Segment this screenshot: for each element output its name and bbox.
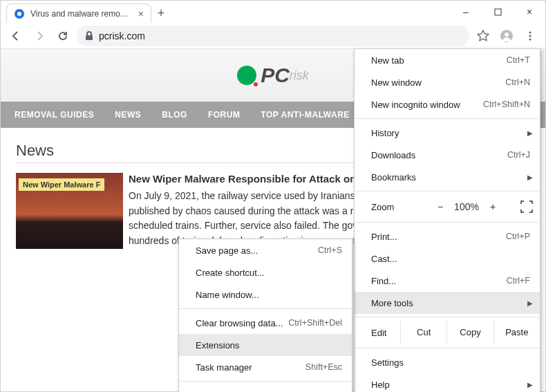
menu-zoom: Zoom − 100% + — [355, 194, 540, 219]
reload-button[interactable] — [53, 26, 73, 46]
tab-strip: Virus and malware removal instru × + — [1, 1, 450, 23]
menu-separator — [355, 222, 540, 223]
forward-button[interactable] — [30, 26, 49, 46]
nav-forum[interactable]: FORUM — [208, 110, 241, 120]
chevron-right-icon: ▶ — [527, 174, 533, 181]
svg-point-1 — [17, 12, 21, 16]
nav-top-anti-malware[interactable]: TOP ANTI-MALWARE — [261, 110, 349, 120]
menu-separator — [355, 118, 540, 119]
zoom-in-button[interactable]: + — [490, 201, 496, 212]
menu-button[interactable] — [520, 26, 540, 46]
menu-cast[interactable]: Cast... — [355, 248, 540, 270]
chevron-right-icon: ▶ — [527, 129, 533, 137]
menu-print[interactable]: Print...Ctrl+P — [355, 225, 540, 248]
svg-point-8 — [529, 38, 531, 40]
menu-find[interactable]: Find...Ctrl+F — [355, 270, 540, 292]
menu-settings[interactable]: Settings — [355, 351, 540, 373]
menu-separator — [355, 317, 540, 317]
lock-icon — [85, 31, 93, 41]
edit-copy[interactable]: Copy — [446, 320, 493, 345]
svg-point-5 — [505, 32, 509, 37]
new-tab-button[interactable]: + — [151, 3, 171, 23]
logo-icon — [237, 66, 256, 85]
thumbnail-caption: New Wiper Malware F — [19, 178, 104, 191]
edit-label: Edit — [355, 328, 400, 338]
submenu-developer-tools[interactable]: Developer toolsCtrl+Shift+I — [179, 384, 352, 392]
chevron-right-icon: ▶ — [527, 381, 533, 389]
menu-more-tools[interactable]: More tools▶ — [355, 292, 540, 314]
zoom-label: Zoom — [371, 202, 413, 212]
menu-new-tab[interactable]: New tabCtrl+T — [355, 49, 540, 71]
svg-point-7 — [529, 35, 531, 37]
zoom-controls: − 100% + — [420, 201, 514, 212]
menu-incognito[interactable]: New incognito windowCtrl+Shift+N — [355, 93, 540, 115]
tab-close-icon[interactable]: × — [138, 8, 144, 19]
fullscreen-icon[interactable] — [520, 200, 533, 213]
menu-separator — [355, 191, 540, 192]
nav-removal-guides[interactable]: REMOVAL GUIDES — [15, 110, 94, 120]
svg-rect-3 — [86, 35, 93, 40]
svg-point-6 — [529, 31, 531, 33]
site-logo[interactable]: PC risk — [237, 64, 309, 87]
menu-separator — [355, 348, 540, 348]
edit-cut[interactable]: Cut — [400, 320, 446, 345]
address-bar[interactable]: pcrisk.com — [77, 26, 469, 46]
url-text: pcrisk.com — [99, 30, 145, 41]
favicon — [14, 8, 25, 19]
chevron-right-icon: ▶ — [527, 299, 533, 307]
submenu-task-manager[interactable]: Task managerShift+Esc — [179, 356, 352, 378]
menu-separator — [179, 308, 352, 309]
edit-paste[interactable]: Paste — [493, 320, 540, 345]
menu-new-window[interactable]: New windowCtrl+N — [355, 71, 540, 93]
bookmark-star-icon[interactable] — [473, 26, 493, 46]
back-button[interactable] — [6, 26, 26, 46]
titlebar: Virus and malware removal instru × + – × — [1, 1, 545, 23]
profile-icon[interactable] — [497, 26, 516, 46]
menu-separator — [179, 381, 352, 382]
logo-text-sub: risk — [290, 68, 309, 83]
nav-news[interactable]: NEWS — [115, 110, 141, 120]
more-tools-submenu: Save page as...Ctrl+S Create shortcut...… — [178, 239, 352, 392]
article-thumbnail[interactable]: New Wiper Malware F — [16, 173, 123, 249]
toolbar: pcrisk.com — [1, 23, 545, 49]
chrome-main-menu: New tabCtrl+T New windowCtrl+N New incog… — [354, 48, 540, 392]
submenu-extensions[interactable]: Extensions — [179, 334, 352, 356]
menu-bookmarks[interactable]: Bookmarks▶ — [355, 166, 540, 188]
zoom-out-button[interactable]: − — [437, 201, 443, 212]
close-window-button[interactable]: × — [514, 1, 545, 23]
minimize-button[interactable]: – — [450, 1, 482, 23]
window-controls: – × — [450, 1, 545, 23]
browser-tab[interactable]: Virus and malware removal instru × — [6, 3, 151, 23]
submenu-name-window[interactable]: Name window... — [179, 283, 352, 306]
menu-edit-row: Edit Cut Copy Paste — [355, 320, 540, 345]
menu-downloads[interactable]: DownloadsCtrl+J — [355, 144, 540, 166]
maximize-button[interactable] — [482, 1, 514, 23]
svg-rect-2 — [495, 9, 501, 15]
submenu-save-page[interactable]: Save page as...Ctrl+S — [179, 239, 352, 261]
menu-help[interactable]: Help▶ — [355, 373, 540, 392]
submenu-create-shortcut[interactable]: Create shortcut... — [179, 261, 352, 283]
tab-title: Virus and malware removal instru — [30, 9, 133, 19]
nav-blog[interactable]: BLOG — [162, 110, 187, 120]
submenu-clear-browsing-data[interactable]: Clear browsing data...Ctrl+Shift+Del — [179, 312, 352, 334]
logo-text-main: PC — [261, 64, 290, 87]
zoom-value: 100% — [454, 201, 479, 212]
menu-history[interactable]: History▶ — [355, 122, 540, 144]
